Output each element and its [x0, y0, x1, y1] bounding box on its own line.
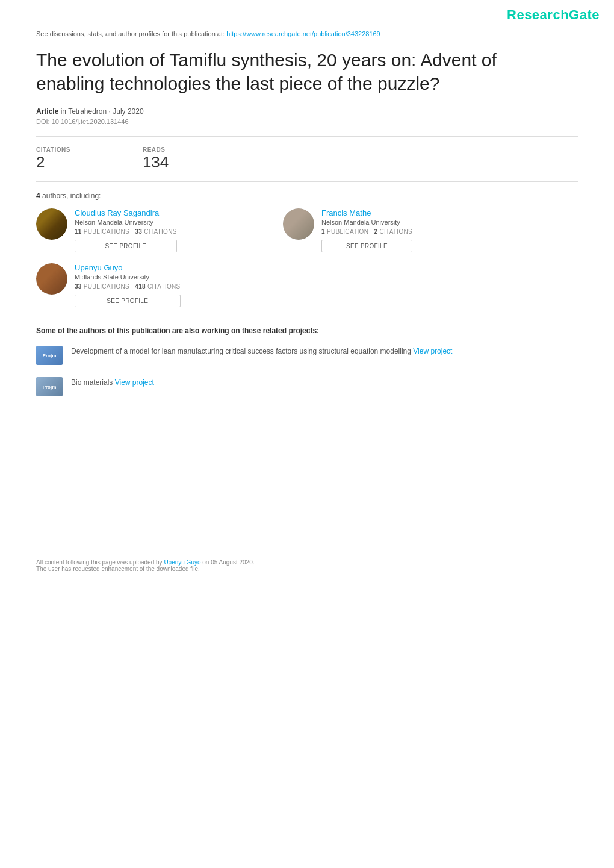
- reads-label: READS: [143, 146, 169, 153]
- footer-line-2: The user has requested enhancement of th…: [36, 566, 578, 572]
- author-publications-3: 33 PUBLICATIONS 418 CITATIONS: [75, 283, 181, 290]
- authors-heading-label: authors, including:: [42, 192, 101, 200]
- reads-value: 134: [143, 153, 169, 172]
- see-profile-button-1[interactable]: SEE PROFILE: [75, 240, 177, 252]
- author-publications-1: 11 PUBLICATIONS 33 CITATIONS: [75, 228, 177, 235]
- project-link-2[interactable]: View project: [115, 378, 154, 387]
- article-date: July 2020: [113, 107, 143, 116]
- related-projects-heading: Some of the authors of this publication …: [36, 326, 578, 335]
- top-bar: ResearchGate: [0, 0, 614, 28]
- related-projects-section: Some of the authors of this publication …: [36, 326, 578, 396]
- author-avatar-2: [283, 208, 314, 240]
- author-avatar-1: [36, 208, 67, 240]
- footer-uploaded-by-text: All content following this page was uplo…: [36, 559, 163, 566]
- article-in: in: [61, 107, 66, 116]
- author-name-1[interactable]: Cloudius Ray Sagandira: [75, 208, 177, 217]
- author-name-3[interactable]: Upenyu Guyo: [75, 263, 181, 272]
- see-discussions-bar: See discussions, stats, and author profi…: [36, 30, 578, 37]
- project-text-1: Development of a model for lean manufact…: [71, 346, 452, 357]
- avatar-image-3: [36, 263, 67, 295]
- footer-uploader-link[interactable]: Upenyu Guyo: [164, 559, 200, 566]
- project-row-2: Projm Bio materials View project: [36, 377, 578, 396]
- footer-date-suffix: on 05 August 2020.: [202, 559, 254, 566]
- author-affiliation-2: Nelson Mandela University: [321, 219, 412, 226]
- author-info-3: Upenyu Guyo Midlands State University 33…: [75, 263, 181, 307]
- article-meta: Article in Tetrahedron · July 2020: [36, 107, 578, 116]
- authors-grid: Cloudius Ray Sagandira Nelson Mandela Un…: [36, 208, 506, 307]
- see-profile-button-3[interactable]: SEE PROFILE: [75, 295, 181, 307]
- project-row-1: Projm Development of a model for lean ma…: [36, 346, 578, 365]
- authors-section: 4 authors, including: Cloudius Ray Sagan…: [36, 192, 578, 307]
- avatar-image-2: [283, 208, 314, 240]
- author-info-2: Francis Mathe Nelson Mandela University …: [321, 208, 412, 252]
- doi: DOI: 10.1016/j.tet.2020.131446: [36, 118, 578, 125]
- authors-count: 4: [36, 192, 40, 200]
- author-card-3: Upenyu Guyo Midlands State University 33…: [36, 263, 259, 307]
- project-thumb-1: Projm: [36, 346, 63, 365]
- author-card-2: Francis Mathe Nelson Mandela University …: [283, 208, 506, 252]
- article-title: The evolution of Tamiflu synthesis, 20 y…: [36, 48, 530, 95]
- see-discussions-link[interactable]: https://www.researchgate.net/publication…: [226, 30, 380, 37]
- author-affiliation-3: Midlands State University: [75, 273, 181, 281]
- citations-label: CITATIONS: [36, 146, 70, 153]
- article-journal: Tetrahedron: [68, 107, 107, 116]
- project-thumb-2: Projm: [36, 377, 63, 396]
- researchgate-logo: ResearchGate: [507, 7, 600, 23]
- avatar-image-1: [36, 208, 67, 240]
- project-description-2: Bio materials: [71, 378, 113, 387]
- author-publications-2: 1 PUBLICATION 2 CITATIONS: [321, 228, 412, 235]
- reads-stat: READS 134: [143, 146, 169, 172]
- article-type: Article: [36, 107, 58, 116]
- author-info-1: Cloudius Ray Sagandira Nelson Mandela Un…: [75, 208, 177, 252]
- author-affiliation-1: Nelson Mandela University: [75, 219, 177, 226]
- project-text-2: Bio materials View project: [71, 377, 154, 388]
- project-description-1: Development of a model for lean manufact…: [71, 347, 411, 355]
- stats-row: CITATIONS 2 READS 134: [36, 146, 578, 172]
- see-discussions-text: See discussions, stats, and author profi…: [36, 30, 225, 37]
- main-content: See discussions, stats, and author profi…: [0, 30, 614, 432]
- footer: All content following this page was uplo…: [0, 553, 614, 578]
- author-card-1: Cloudius Ray Sagandira Nelson Mandela Un…: [36, 208, 259, 252]
- footer-line-1: All content following this page was uplo…: [36, 559, 578, 566]
- author-name-2[interactable]: Francis Mathe: [321, 208, 412, 217]
- divider-1: [36, 136, 578, 137]
- divider-2: [36, 181, 578, 182]
- citations-value: 2: [36, 153, 70, 172]
- author-avatar-3: [36, 263, 67, 295]
- authors-heading: 4 authors, including:: [36, 192, 578, 200]
- citations-stat: CITATIONS 2: [36, 146, 70, 172]
- see-profile-button-2[interactable]: SEE PROFILE: [321, 240, 412, 252]
- project-link-1[interactable]: View project: [413, 347, 452, 355]
